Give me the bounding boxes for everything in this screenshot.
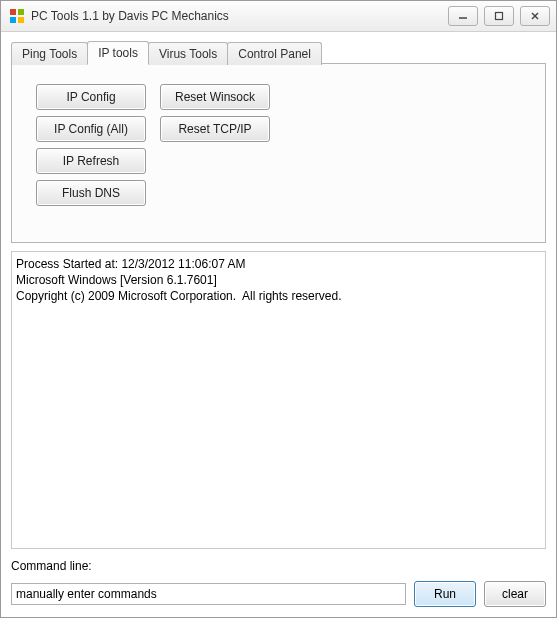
- tabpanel-ip-tools: IP Config Reset Winsock IP Config (All) …: [11, 63, 546, 243]
- svg-rect-1: [18, 9, 24, 15]
- reset-winsock-button[interactable]: Reset Winsock: [160, 84, 270, 110]
- client-area: Ping Tools IP tools Virus Tools Control …: [1, 32, 556, 617]
- run-button[interactable]: Run: [414, 581, 476, 607]
- tab-ip-tools[interactable]: IP tools: [87, 41, 149, 65]
- svg-rect-0: [10, 9, 16, 15]
- window-controls: [448, 6, 550, 26]
- tab-virus-tools[interactable]: Virus Tools: [148, 42, 228, 65]
- ip-config-all-button[interactable]: IP Config (All): [36, 116, 146, 142]
- app-icon: [9, 8, 25, 24]
- tab-control-panel[interactable]: Control Panel: [227, 42, 322, 65]
- maximize-button[interactable]: [484, 6, 514, 26]
- ip-config-button[interactable]: IP Config: [36, 84, 146, 110]
- titlebar: PC Tools 1.1 by Davis PC Mechanics: [1, 1, 556, 32]
- svg-rect-5: [496, 13, 503, 20]
- close-button[interactable]: [520, 6, 550, 26]
- svg-rect-2: [10, 17, 16, 23]
- tabstrip: Ping Tools IP tools Virus Tools Control …: [11, 40, 546, 64]
- ip-refresh-button[interactable]: IP Refresh: [36, 148, 146, 174]
- svg-rect-3: [18, 17, 24, 23]
- clear-button[interactable]: clear: [484, 581, 546, 607]
- tab-control: Ping Tools IP tools Virus Tools Control …: [11, 40, 546, 243]
- command-line-input[interactable]: [11, 583, 406, 605]
- tab-ping-tools[interactable]: Ping Tools: [11, 42, 88, 65]
- window-title: PC Tools 1.1 by Davis PC Mechanics: [31, 9, 448, 23]
- output-panel: [11, 251, 546, 549]
- app-window: PC Tools 1.1 by Davis PC Mechanics Ping …: [0, 0, 557, 618]
- flush-dns-button[interactable]: Flush DNS: [36, 180, 146, 206]
- command-line-row: Run clear: [11, 581, 546, 607]
- ip-tools-button-grid: IP Config Reset Winsock IP Config (All) …: [36, 84, 521, 206]
- output-textarea[interactable]: [12, 252, 545, 548]
- reset-tcpip-button[interactable]: Reset TCP/IP: [160, 116, 270, 142]
- minimize-button[interactable]: [448, 6, 478, 26]
- command-line-label: Command line:: [11, 559, 546, 573]
